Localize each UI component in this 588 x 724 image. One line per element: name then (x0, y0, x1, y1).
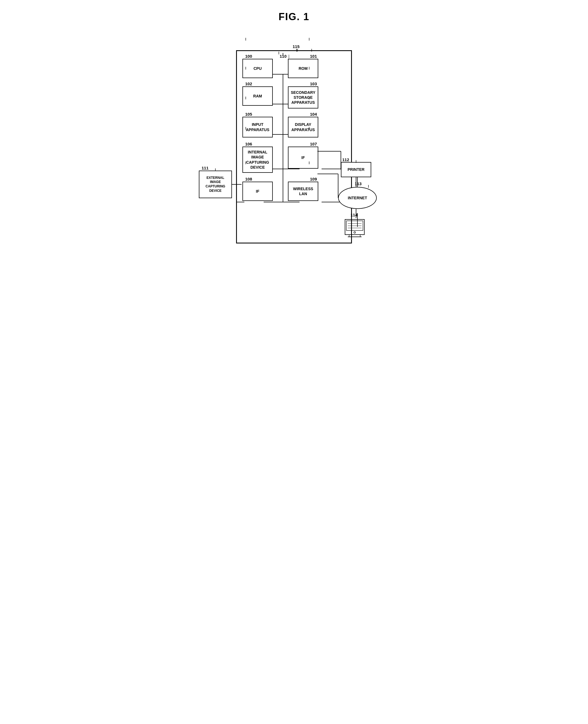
rom-box: ROM (288, 59, 318, 78)
label-111: 111 (202, 166, 209, 170)
display-apparatus-box: DISPLAY APPARATUS (288, 117, 318, 138)
if107-box: IF (288, 146, 318, 169)
input-apparatus-box: INPUT APPARATUS (243, 117, 273, 138)
label-104: 104 (310, 112, 317, 117)
label-114: 114 (351, 213, 357, 217)
external-image-box: EXTERNAL IMAGE CAPTURING DEVICE (199, 170, 232, 198)
svg-rect-21 (345, 219, 364, 235)
label-101: 101 (310, 54, 317, 59)
label-112: 112 (342, 157, 349, 162)
label-105: 105 (245, 112, 252, 117)
label-100: 100 (245, 54, 252, 59)
ram-box: RAM (243, 86, 273, 106)
svg-point-28 (354, 232, 356, 233)
diagram-area: 115 110 100 CPU 101 ROM 102 (197, 34, 391, 260)
wireless-lan-box: WIRELESS LAN (288, 182, 318, 201)
cpu-box: CPU (243, 59, 273, 78)
page: FIG. 1 (197, 11, 391, 260)
label-107: 107 (310, 142, 317, 146)
label-113: 113 (355, 181, 361, 186)
secondary-storage-box: SECONDARY STORAGE APPARATUS (288, 86, 318, 108)
if108-box: IF (243, 182, 273, 201)
main-box: 110 100 CPU 101 ROM 102 RAM 103 (236, 50, 352, 243)
fig-title: FIG. 1 (197, 11, 391, 23)
label-103: 103 (310, 81, 317, 86)
label-108: 108 (245, 177, 252, 181)
printer-box: PRINTER (341, 162, 371, 177)
internal-image-box: INTERNAL IMAGE CAPTURING DEVICE (243, 146, 273, 173)
internet-oval: INTERNET (338, 187, 377, 209)
svg-rect-26 (349, 235, 360, 237)
label-115: 115 (293, 44, 299, 49)
server-icon (344, 218, 366, 240)
label-106: 106 (245, 142, 252, 146)
label-109: 109 (310, 177, 317, 181)
label-102: 102 (245, 81, 252, 86)
label-110: 110 (280, 54, 289, 59)
